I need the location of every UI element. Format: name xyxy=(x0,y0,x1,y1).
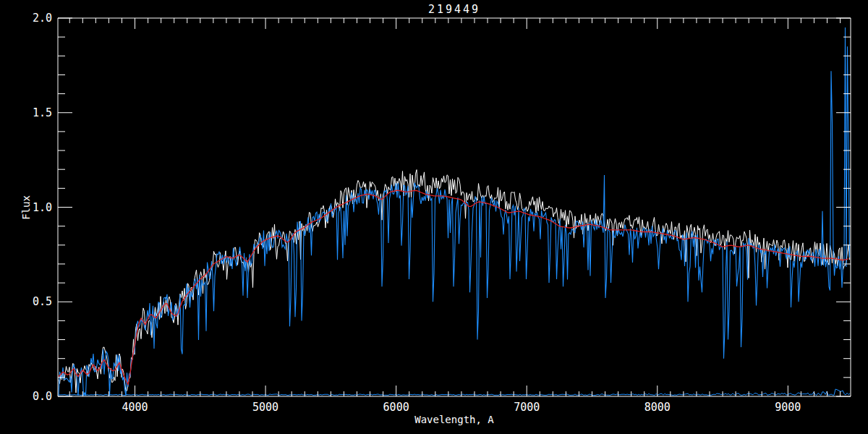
x-tick-label: 8000 xyxy=(644,401,671,414)
y-tick-label: 1.5 xyxy=(33,106,52,119)
x-tick-label: 4000 xyxy=(122,401,148,414)
chart-title: 219449 xyxy=(428,3,480,16)
x-tick-label: 6000 xyxy=(383,401,409,414)
y-tick-label: 0.0 xyxy=(33,390,52,403)
spectrum-plot: 219449 Wavelength, A Flux 4000 5000 6000… xyxy=(0,0,868,434)
axes-box xyxy=(58,18,851,396)
series-sky-baseline xyxy=(59,389,850,395)
series-model-fit xyxy=(59,190,848,384)
y-tick-label: 1.0 xyxy=(33,201,52,214)
x-tick-label: 5000 xyxy=(252,401,278,414)
x-axis-label: Wavelength, A xyxy=(414,414,494,425)
y-tick-label: 0.5 xyxy=(33,295,52,308)
series-calibrated-spectrum xyxy=(59,27,850,396)
x-tick-label: 9000 xyxy=(775,401,801,414)
y-tick-label: 2.0 xyxy=(33,12,52,25)
y-axis-label: Flux xyxy=(20,195,32,220)
x-tick-label: 7000 xyxy=(514,401,540,414)
chart-canvas xyxy=(0,0,868,434)
